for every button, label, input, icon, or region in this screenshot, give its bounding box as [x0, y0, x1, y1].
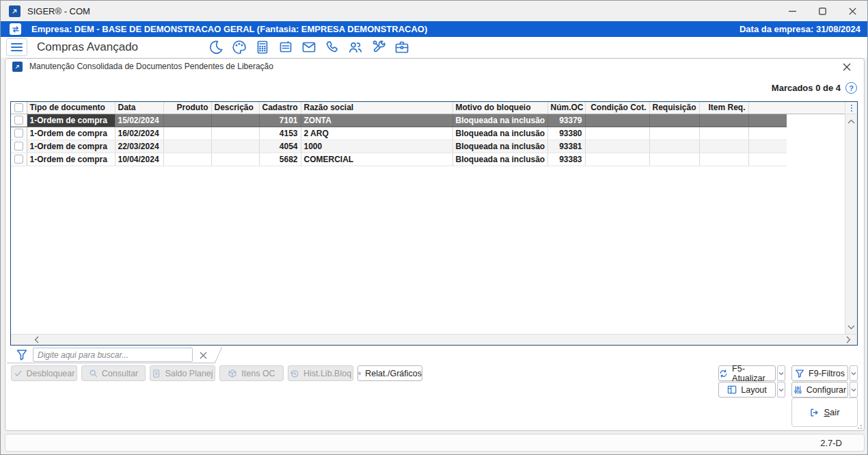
company-swap-icon[interactable]	[10, 23, 21, 35]
company-bar: Empresa: DEM - BASE DE DEMONSTRACAO GERA…	[1, 21, 867, 37]
scroll-up-icon[interactable]	[845, 116, 857, 127]
column-header[interactable]: Item Req.	[699, 102, 748, 114]
configurar-dropdown-icon[interactable]	[850, 382, 858, 398]
menu-icon[interactable]	[6, 38, 27, 56]
saldo-planej-button: $ Saldo Planej	[150, 365, 215, 381]
app-icon	[9, 5, 21, 17]
table-row[interactable]: 1-Ordem de compra16/02/202441532 ARQBloq…	[11, 127, 787, 140]
horizontal-scrollbar[interactable]	[11, 334, 857, 345]
column-header[interactable]: Data	[115, 102, 163, 114]
toolbar-icons	[208, 39, 410, 55]
scroll-left-icon[interactable]	[30, 335, 42, 345]
column-header[interactable]: Núm.OC	[547, 102, 585, 114]
grid-table: Tipo de documentoDataProdutoDescriçãoCad…	[11, 102, 787, 166]
row-checkbox[interactable]	[11, 114, 27, 127]
column-header[interactable]: Condição Cot.	[585, 102, 649, 114]
table-row[interactable]: 1-Ordem de compra10/04/20245682COMERCIAL…	[11, 153, 787, 166]
search-input[interactable]	[33, 348, 193, 362]
dialog-title: Manutenção Consolidada de Documentos Pen…	[29, 62, 273, 71]
search-clear-icon[interactable]	[197, 349, 209, 361]
maximize-icon[interactable]	[807, 1, 837, 21]
configurar-button[interactable]: Configurar	[791, 382, 848, 398]
desbloquear-button: Desbloquear	[11, 365, 77, 381]
table-row[interactable]: 1-Ordem de compra22/03/202440541000Bloqu…	[11, 140, 787, 153]
notes-icon[interactable]	[277, 39, 294, 55]
search-tab	[7, 347, 219, 363]
column-header[interactable]: Tipo de documento	[27, 102, 115, 114]
column-header[interactable]: Cadastro	[259, 102, 301, 114]
dialog-panel: Manutenção Consolidada de Documentos Pen…	[5, 58, 865, 431]
scroll-down-icon[interactable]	[845, 322, 857, 333]
palette-icon[interactable]	[231, 39, 247, 55]
consultar-button: Consultar	[81, 365, 146, 381]
tools-icon[interactable]	[370, 39, 387, 55]
layout-dropdown-icon[interactable]	[777, 382, 785, 398]
row-checkbox[interactable]	[11, 140, 27, 153]
minimize-icon[interactable]	[777, 1, 807, 21]
vertical-scrollbar[interactable]	[845, 102, 857, 334]
filter-funnel-icon[interactable]	[16, 349, 27, 363]
f5-atualizar-dropdown-icon[interactable]	[777, 365, 785, 381]
close-icon[interactable]	[837, 1, 867, 21]
f9-filtros-button[interactable]: F9-Filtros	[791, 365, 848, 381]
itens-oc-button: Itens OC	[219, 365, 284, 381]
sair-button[interactable]: Sair	[792, 398, 857, 426]
company-date: Data da empresa: 31/08/2024	[740, 24, 860, 34]
table-row[interactable]: 1-Ordem de compra15/02/20247101ZONTABloq…	[11, 114, 787, 127]
header-checkbox[interactable]	[11, 102, 27, 114]
resize-grip[interactable]	[856, 423, 862, 429]
documents-grid: Tipo de documentoDataProdutoDescriçãoCad…	[10, 101, 858, 346]
column-header[interactable]: Motivo do bloqueio	[452, 102, 547, 114]
status-bar: 2.7-D	[5, 434, 865, 452]
users-icon[interactable]	[347, 39, 364, 55]
f9-filtros-dropdown-icon[interactable]	[850, 365, 858, 381]
dialog-header: Manutenção Consolidada de Documentos Pen…	[5, 59, 864, 74]
row-checkbox[interactable]	[11, 127, 27, 140]
layout-button[interactable]: Layout	[718, 382, 776, 398]
briefcase-icon[interactable]	[394, 39, 410, 55]
row-checkbox[interactable]	[11, 153, 27, 166]
grid-options-dots-icon[interactable]	[845, 102, 857, 114]
svg-text:$: $	[155, 371, 158, 376]
dialog-icon	[12, 62, 23, 72]
column-header[interactable]: Produto	[163, 102, 211, 114]
calculator-icon[interactable]	[254, 39, 271, 55]
version-label: 2.7-D	[820, 438, 842, 448]
hist-lib-bloq-button: Hist.Lib.Bloq	[288, 365, 353, 381]
scroll-right-icon[interactable]	[842, 335, 854, 345]
phone-icon[interactable]	[324, 39, 340, 55]
window-title: SIGER® - COM	[27, 6, 90, 16]
relat-graficos-button[interactable]: Relat./Gráficos	[357, 365, 422, 381]
column-header[interactable]: Descrição	[211, 102, 259, 114]
mail-icon[interactable]	[301, 39, 317, 55]
help-icon[interactable]: ?	[845, 82, 857, 94]
exit-panel: Sair	[791, 398, 858, 427]
dialog-close-icon[interactable]	[839, 60, 854, 74]
module-title: Compras Avançado	[37, 40, 138, 54]
column-header[interactable]: Requisição	[649, 102, 699, 114]
column-header[interactable]: Razão social	[301, 102, 452, 114]
marked-count-label: Marcados 0 de 4	[772, 83, 841, 93]
f5-atualizar-button[interactable]: F5-Atualizar	[718, 365, 776, 381]
company-name: Empresa: DEM - BASE DE DEMONSTRACAO GERA…	[31, 24, 427, 34]
toolbar: Compras Avançado	[1, 37, 867, 57]
moon-icon[interactable]	[208, 39, 224, 55]
title-bar: SIGER® - COM	[1, 1, 867, 21]
